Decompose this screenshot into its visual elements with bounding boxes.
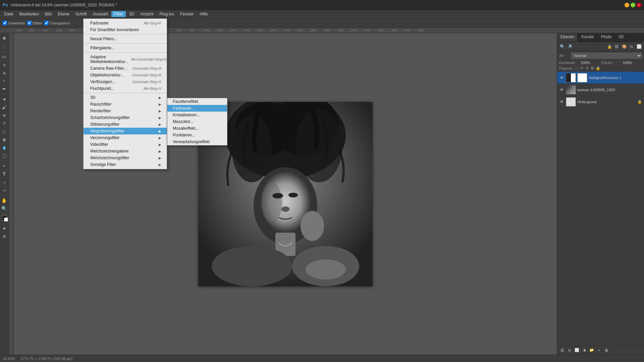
- sub-mosaik[interactable]: Mosaikeffekt...: [167, 125, 227, 132]
- blend-mode-select[interactable]: Normal Multiplizieren Überlagern: [571, 53, 642, 59]
- layer-eye-2[interactable]: 👁: [559, 99, 565, 105]
- menu-item-ebene[interactable]: Ebene: [55, 11, 72, 17]
- filter-distort[interactable]: Verzerrungsfilter ▶: [84, 134, 167, 141]
- layer-new-icon[interactable]: +: [596, 347, 602, 353]
- gradient-tool[interactable]: ▩: [1, 136, 8, 143]
- rt-search-icon[interactable]: 🔎: [567, 44, 573, 50]
- filter-farbraster[interactable]: Farbraster Alt+Strg+F: [84, 20, 167, 26]
- filter-sharpen[interactable]: Scharfzeichnungsfilter ▶: [84, 114, 167, 121]
- dodge-tool[interactable]: ◯: [1, 152, 8, 159]
- quick-mask-tool[interactable]: ◉: [1, 225, 8, 232]
- layer-item-1[interactable]: 👁woman-1439909_1920: [557, 84, 644, 96]
- path-tool[interactable]: ◇: [1, 178, 8, 186]
- layer-mask-icon[interactable]: ⬜: [574, 347, 580, 353]
- menu-item-hilfe[interactable]: Hilfe: [197, 11, 211, 17]
- menu-item-bild[interactable]: Bild: [42, 11, 54, 17]
- foreground-color[interactable]: [2, 215, 7, 221]
- crop-tool[interactable]: ⌗: [1, 77, 8, 84]
- menu-item-datei[interactable]: Datei: [1, 11, 16, 17]
- sub-mezzotint[interactable]: Mezzotint...: [167, 118, 227, 125]
- close-button[interactable]: ✕: [637, 3, 641, 7]
- sub-kristall[interactable]: Kristallisieren...: [167, 112, 227, 118]
- move-tool[interactable]: ✥: [1, 35, 8, 42]
- lock-transparent-icon[interactable]: ⬚: [575, 66, 579, 70]
- menu-item-3d[interactable]: 3D: [126, 11, 137, 17]
- menu-item-auswahl[interactable]: Auswahl: [90, 11, 111, 17]
- filter-noise[interactable]: Rauschfilter ▶: [84, 101, 167, 108]
- filter-neural[interactable]: Neural Filters...: [84, 36, 167, 42]
- screen-mode[interactable]: ⊞: [1, 233, 8, 240]
- tab-kanäle[interactable]: Kanäle: [578, 33, 597, 42]
- filter-pixelate[interactable]: Vergröberungsfilter ▶: [84, 128, 167, 134]
- history-tool[interactable]: ↺: [1, 120, 8, 127]
- menu-item-filter[interactable]: Filter: [111, 11, 126, 17]
- clone-tool[interactable]: ⊕: [1, 112, 8, 119]
- tab-3d[interactable]: 3D: [615, 33, 627, 42]
- lock-position-icon[interactable]: ✛: [586, 66, 589, 70]
- rt-fx-icon[interactable]: fx: [629, 44, 635, 50]
- layer-group-icon[interactable]: 📁: [589, 347, 595, 353]
- layer-link-icon[interactable]: ⛓: [559, 347, 565, 353]
- filter-menu[interactable]: Farbraster Alt+Strg+F Für Smartfilter ko…: [83, 18, 167, 169]
- menu-item-plug-ins[interactable]: Plug-ins: [157, 11, 177, 17]
- layer-delete-icon[interactable]: 🗑: [603, 347, 609, 353]
- layer-eye-0[interactable]: 👁: [559, 75, 565, 80]
- pixelate-submenu[interactable]: Facetteneffekt Farbraster... Kristallisi…: [167, 98, 227, 145]
- eraser-tool[interactable]: ◻: [1, 128, 8, 135]
- layer-item-2[interactable]: 👁Hintergrund🔒: [557, 96, 644, 108]
- filter-camera-raw[interactable]: Camera Raw-Filter... Umschalt+Strg+A: [84, 65, 167, 72]
- layer-item-0[interactable]: 👁Helligkeit/Kontrast 1: [557, 72, 644, 84]
- rt-chain-icon[interactable]: ⛓: [614, 44, 620, 50]
- shape-tool[interactable]: ▭: [1, 186, 8, 194]
- zoom-tool[interactable]: 🔍: [1, 205, 8, 212]
- sub-farbraster[interactable]: Farbraster...: [167, 105, 227, 112]
- filter-smartfilter[interactable]: Für Smartfilter konvertieren: [84, 26, 167, 33]
- umkehren-checkbox[interactable]: [3, 21, 7, 25]
- hand-tool[interactable]: ✋: [1, 197, 8, 204]
- menu-item-schrift[interactable]: Schrift: [73, 11, 90, 17]
- filter-adaptive[interactable]: Adaptive Weitwinkelkorrektur... Alt+Umsc…: [84, 54, 167, 65]
- menu-item-fenster[interactable]: Fenster: [177, 11, 197, 17]
- pen-tool[interactable]: ✏: [1, 162, 8, 170]
- lock-artboard-icon[interactable]: ⊞: [591, 66, 594, 70]
- maximize-button[interactable]: □: [631, 3, 635, 7]
- sub-punktieren[interactable]: Punktieren...: [167, 132, 227, 138]
- tab-pfade[interactable]: Pfade: [598, 33, 615, 42]
- brush-tool[interactable]: 🖌: [1, 104, 8, 111]
- layer-fx-icon[interactable]: fx: [567, 347, 573, 353]
- filter-other[interactable]: Sonstige Filter ▶: [84, 161, 167, 168]
- filter-blur[interactable]: Weichzeichnungsfilter ▶: [84, 155, 167, 161]
- rt-color-icon[interactable]: 🎨: [621, 44, 627, 50]
- lock-pixels-icon[interactable]: ✏: [581, 66, 584, 70]
- rt-mask-icon[interactable]: ⬜: [636, 44, 642, 50]
- lock-all-icon[interactable]: 🔒: [596, 66, 600, 70]
- filter-lens[interactable]: Objektivkorrektur... Umschalt+Strg+R: [84, 72, 167, 78]
- filter-blur-gallery[interactable]: Weichzeichnergalerie ▶: [84, 148, 167, 155]
- filter-stylize[interactable]: Stilisierungsfilter ▶: [84, 121, 167, 128]
- eyedropper-tool[interactable]: ✒: [1, 85, 8, 93]
- sub-verwackel[interactable]: Verwackelungseffekt: [167, 138, 227, 145]
- minimize-button[interactable]: ─: [625, 3, 629, 7]
- filter-vanishing[interactable]: Fluchtpunkt... Alt+Strg+V: [84, 85, 167, 92]
- layer-adj-icon[interactable]: ◑: [581, 347, 587, 353]
- rt-lock-icon[interactable]: 🔒: [606, 44, 612, 50]
- layer-eye-1[interactable]: 👁: [559, 87, 565, 93]
- dither-checkbox[interactable]: [27, 21, 32, 25]
- menu-item-bearbeiten[interactable]: Bearbeiten: [17, 11, 42, 17]
- marquee-tool[interactable]: ▭: [1, 53, 8, 60]
- artboard-tool[interactable]: ⬚: [1, 43, 8, 50]
- select-tool[interactable]: ◈: [1, 69, 8, 76]
- filter-render[interactable]: Renderfilter ▶: [84, 108, 167, 114]
- menu-item-ansicht[interactable]: Ansicht: [138, 11, 156, 17]
- transparenz-checkbox[interactable]: [44, 21, 49, 25]
- sub-facetten[interactable]: Facetteneffekt: [167, 98, 227, 105]
- blur-tool[interactable]: 💧: [1, 144, 8, 151]
- filter-gallery[interactable]: Filtergalerie...: [84, 45, 167, 51]
- filter-3d[interactable]: 3D ▶: [84, 94, 167, 101]
- filter-video[interactable]: Videofilter ▶: [84, 141, 167, 148]
- healing-tool[interactable]: ✚: [1, 96, 8, 103]
- text-tool[interactable]: T: [1, 170, 8, 178]
- tab-ebenen[interactable]: Ebenen: [557, 33, 578, 42]
- lasso-tool[interactable]: ⌾: [1, 61, 8, 68]
- rt-new-icon[interactable]: 🔍: [559, 44, 565, 50]
